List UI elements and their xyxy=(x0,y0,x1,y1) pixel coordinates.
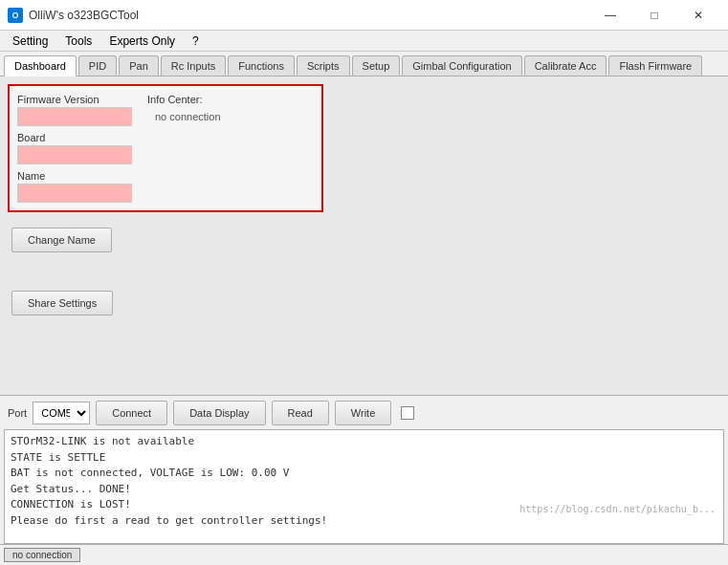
board-label: Board xyxy=(17,132,132,143)
no-connection-text: no connection xyxy=(155,111,221,122)
port-label: Port xyxy=(8,407,27,419)
menu-item-setting[interactable]: Setting xyxy=(4,32,56,51)
watermark: https://blog.csdn.net/pikachu_b... xyxy=(519,502,716,516)
tab-bar: Dashboard PID Pan Rc Inputs Functions Sc… xyxy=(0,52,728,76)
share-settings-row: Share Settings xyxy=(11,291,720,315)
tab-gimbal-configuration[interactable]: Gimbal Configuration xyxy=(402,55,521,76)
data-display-button[interactable]: Data Display xyxy=(173,401,265,425)
log-line-1: STOrM32-LINK is not available xyxy=(11,434,717,450)
main-content: Firmware Version Board Name Info Center:… xyxy=(0,76,728,395)
info-center-section: Info Center: no connection xyxy=(147,94,221,122)
title-bar: O OlliW's o323BGCTool — □ ✕ xyxy=(0,0,728,31)
info-panel: Firmware Version Board Name Info Center:… xyxy=(8,84,323,212)
menu-item-tools[interactable]: Tools xyxy=(56,32,100,51)
tab-pid[interactable]: PID xyxy=(78,55,117,76)
log-line-3: BAT is not connected, VOLTAGE is LOW: 0.… xyxy=(11,466,717,482)
status-badge: no connection xyxy=(4,548,80,562)
change-name-button[interactable]: Change Name xyxy=(11,228,112,252)
firmware-version-input[interactable] xyxy=(17,107,132,126)
log-line-4: Get Status... DONE! xyxy=(11,482,717,498)
info-center-label: Info Center: xyxy=(147,94,221,105)
window-controls: — □ ✕ xyxy=(588,0,720,31)
name-input[interactable] xyxy=(17,184,132,203)
board-input[interactable] xyxy=(17,145,132,164)
tab-flash-firmware[interactable]: Flash Firmware xyxy=(608,55,702,76)
menu-bar: Setting Tools Experts Only ? xyxy=(0,31,728,52)
menu-item-experts-only[interactable]: Experts Only xyxy=(100,32,184,51)
name-label: Name xyxy=(17,170,132,182)
bottom-bar: Port COM5 Connect Data Display Read Writ… xyxy=(0,395,728,429)
log-area[interactable]: STOrM32-LINK is not available STATE is S… xyxy=(4,429,724,544)
firmware-version-label: Firmware Version xyxy=(17,94,132,105)
option-checkbox[interactable] xyxy=(401,406,414,420)
tab-rc-inputs[interactable]: Rc Inputs xyxy=(161,55,226,76)
tab-setup[interactable]: Setup xyxy=(352,55,401,76)
tab-dashboard[interactable]: Dashboard xyxy=(4,55,77,76)
app-icon: O xyxy=(8,8,23,23)
tab-scripts[interactable]: Scripts xyxy=(297,55,350,76)
maximize-button[interactable]: □ xyxy=(632,0,676,31)
write-button[interactable]: Write xyxy=(335,401,391,425)
tab-functions[interactable]: Functions xyxy=(228,55,295,76)
menu-item-help[interactable]: ? xyxy=(184,32,208,51)
share-settings-button[interactable]: Share Settings xyxy=(11,291,113,315)
checkbox-area xyxy=(401,406,414,420)
port-select[interactable]: COM5 xyxy=(33,402,90,424)
tab-calibrate-acc[interactable]: Calibrate Acc xyxy=(524,55,607,76)
status-bar: no connection xyxy=(0,544,728,565)
window-title: OlliW's o323BGCTool xyxy=(29,9,588,22)
read-button[interactable]: Read xyxy=(272,401,329,425)
tab-pan[interactable]: Pan xyxy=(119,55,159,76)
close-button[interactable]: ✕ xyxy=(676,0,720,31)
left-fields: Firmware Version Board Name xyxy=(17,94,132,203)
minimize-button[interactable]: — xyxy=(588,0,632,31)
log-line-2: STATE is SETTLE xyxy=(11,450,717,467)
change-name-row: Change Name xyxy=(8,228,720,252)
connect-button[interactable]: Connect xyxy=(96,401,167,425)
